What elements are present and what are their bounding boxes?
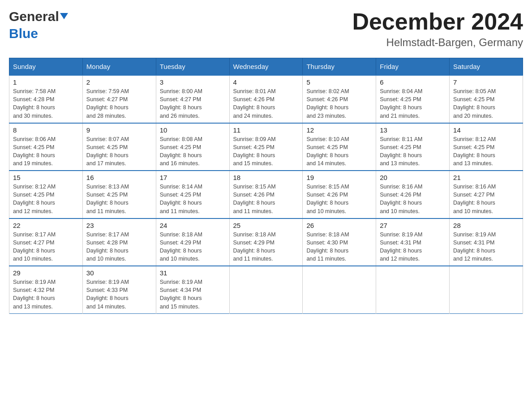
calendar-cell: 21 Sunrise: 8:16 AMSunset: 4:27 PMDaylig… bbox=[450, 171, 523, 218]
day-info: Sunrise: 8:08 AMSunset: 4:25 PMDaylight:… bbox=[160, 136, 202, 167]
calendar-cell bbox=[229, 266, 303, 313]
calendar-week-row-1: 1 Sunrise: 7:58 AMSunset: 4:28 PMDayligh… bbox=[9, 75, 523, 123]
day-number: 16 bbox=[86, 174, 152, 181]
calendar-cell: 13 Sunrise: 8:11 AMSunset: 4:25 PMDaylig… bbox=[376, 123, 450, 171]
month-title: December 2024 bbox=[352, 9, 523, 34]
day-number: 23 bbox=[86, 222, 152, 229]
calendar-header-thursday: Thursday bbox=[303, 58, 376, 76]
calendar-cell: 16 Sunrise: 8:13 AMSunset: 4:25 PMDaylig… bbox=[82, 171, 156, 218]
calendar-cell: 22 Sunrise: 8:17 AMSunset: 4:27 PMDaylig… bbox=[9, 218, 83, 266]
logo: General Blue bbox=[9, 9, 68, 41]
day-number: 5 bbox=[306, 78, 372, 86]
logo-blue-text: Blue bbox=[9, 26, 38, 41]
day-info: Sunrise: 8:18 AMSunset: 4:30 PMDaylight:… bbox=[306, 231, 349, 262]
calendar-cell: 4 Sunrise: 8:01 AMSunset: 4:26 PMDayligh… bbox=[229, 75, 303, 123]
day-number: 19 bbox=[306, 174, 372, 181]
svg-marker-0 bbox=[60, 13, 68, 19]
day-info: Sunrise: 8:19 AMSunset: 4:31 PMDaylight:… bbox=[380, 231, 422, 262]
calendar-cell: 15 Sunrise: 8:12 AMSunset: 4:25 PMDaylig… bbox=[9, 171, 83, 218]
calendar-week-row-4: 22 Sunrise: 8:17 AMSunset: 4:27 PMDaylig… bbox=[9, 218, 523, 266]
calendar-cell: 12 Sunrise: 8:10 AMSunset: 4:25 PMDaylig… bbox=[303, 123, 376, 171]
calendar-header-saturday: Saturday bbox=[450, 58, 523, 76]
day-info: Sunrise: 8:13 AMSunset: 4:25 PMDaylight:… bbox=[86, 184, 129, 214]
calendar-cell: 8 Sunrise: 8:06 AMSunset: 4:25 PMDayligh… bbox=[9, 123, 83, 171]
day-number: 26 bbox=[306, 222, 372, 229]
day-number: 25 bbox=[233, 222, 299, 229]
day-info: Sunrise: 8:18 AMSunset: 4:29 PMDaylight:… bbox=[160, 231, 202, 262]
day-info: Sunrise: 8:19 AMSunset: 4:33 PMDaylight:… bbox=[86, 279, 129, 309]
day-number: 2 bbox=[86, 78, 152, 86]
day-number: 30 bbox=[86, 269, 152, 277]
day-number: 6 bbox=[380, 78, 446, 86]
calendar-cell: 11 Sunrise: 8:09 AMSunset: 4:25 PMDaylig… bbox=[229, 123, 303, 171]
calendar-cell: 23 Sunrise: 8:17 AMSunset: 4:28 PMDaylig… bbox=[82, 218, 156, 266]
calendar-cell: 28 Sunrise: 8:19 AMSunset: 4:31 PMDaylig… bbox=[450, 218, 523, 266]
day-number: 21 bbox=[453, 174, 519, 181]
day-info: Sunrise: 8:14 AMSunset: 4:25 PMDaylight:… bbox=[160, 184, 202, 214]
calendar-cell: 3 Sunrise: 8:00 AMSunset: 4:27 PMDayligh… bbox=[156, 75, 229, 123]
day-info: Sunrise: 8:12 AMSunset: 4:25 PMDaylight:… bbox=[13, 184, 56, 214]
day-number: 15 bbox=[13, 174, 79, 181]
day-info: Sunrise: 8:15 AMSunset: 4:26 PMDaylight:… bbox=[233, 184, 276, 214]
day-number: 14 bbox=[453, 126, 519, 134]
calendar-cell bbox=[376, 266, 450, 313]
day-number: 9 bbox=[86, 126, 152, 134]
day-info: Sunrise: 8:16 AMSunset: 4:26 PMDaylight:… bbox=[380, 184, 422, 214]
day-number: 11 bbox=[233, 126, 299, 134]
logo-general-text: General bbox=[9, 9, 59, 24]
day-number: 22 bbox=[13, 222, 79, 229]
calendar-cell: 27 Sunrise: 8:19 AMSunset: 4:31 PMDaylig… bbox=[376, 218, 450, 266]
day-number: 24 bbox=[160, 222, 226, 229]
calendar-cell: 29 Sunrise: 8:19 AMSunset: 4:32 PMDaylig… bbox=[9, 266, 83, 313]
day-number: 18 bbox=[233, 174, 299, 181]
day-info: Sunrise: 8:16 AMSunset: 4:27 PMDaylight:… bbox=[453, 184, 496, 214]
calendar-cell: 7 Sunrise: 8:05 AMSunset: 4:25 PMDayligh… bbox=[450, 75, 523, 123]
calendar-week-row-3: 15 Sunrise: 8:12 AMSunset: 4:25 PMDaylig… bbox=[9, 171, 523, 218]
calendar-header-friday: Friday bbox=[376, 58, 450, 76]
day-number: 13 bbox=[380, 126, 446, 134]
day-info: Sunrise: 8:17 AMSunset: 4:28 PMDaylight:… bbox=[86, 231, 129, 262]
calendar-week-row-5: 29 Sunrise: 8:19 AMSunset: 4:32 PMDaylig… bbox=[9, 266, 523, 313]
calendar-cell: 30 Sunrise: 8:19 AMSunset: 4:33 PMDaylig… bbox=[82, 266, 156, 313]
day-number: 1 bbox=[13, 78, 79, 86]
day-info: Sunrise: 8:10 AMSunset: 4:25 PMDaylight:… bbox=[306, 136, 349, 167]
calendar-cell: 20 Sunrise: 8:16 AMSunset: 4:26 PMDaylig… bbox=[376, 171, 450, 218]
calendar-cell: 5 Sunrise: 8:02 AMSunset: 4:26 PMDayligh… bbox=[303, 75, 376, 123]
day-info: Sunrise: 8:01 AMSunset: 4:26 PMDaylight:… bbox=[233, 88, 276, 119]
day-info: Sunrise: 7:58 AMSunset: 4:28 PMDaylight:… bbox=[13, 88, 56, 119]
calendar-cell: 14 Sunrise: 8:12 AMSunset: 4:25 PMDaylig… bbox=[450, 123, 523, 171]
title-area: December 2024 Helmstadt-Bargen, Germany bbox=[352, 9, 523, 49]
calendar-header-sunday: Sunday bbox=[9, 58, 83, 76]
day-info: Sunrise: 8:09 AMSunset: 4:25 PMDaylight:… bbox=[233, 136, 276, 167]
calendar-cell bbox=[450, 266, 523, 313]
calendar-cell: 26 Sunrise: 8:18 AMSunset: 4:30 PMDaylig… bbox=[303, 218, 376, 266]
day-number: 7 bbox=[453, 78, 519, 86]
day-number: 17 bbox=[160, 174, 226, 181]
day-info: Sunrise: 8:04 AMSunset: 4:25 PMDaylight:… bbox=[380, 88, 422, 119]
calendar-cell: 6 Sunrise: 8:04 AMSunset: 4:25 PMDayligh… bbox=[376, 75, 450, 123]
calendar-cell: 25 Sunrise: 8:18 AMSunset: 4:29 PMDaylig… bbox=[229, 218, 303, 266]
day-info: Sunrise: 8:12 AMSunset: 4:25 PMDaylight:… bbox=[453, 136, 496, 167]
calendar-cell: 31 Sunrise: 8:19 AMSunset: 4:34 PMDaylig… bbox=[156, 266, 229, 313]
day-number: 20 bbox=[380, 174, 446, 181]
logo-icon bbox=[60, 13, 68, 20]
calendar-cell: 2 Sunrise: 7:59 AMSunset: 4:27 PMDayligh… bbox=[82, 75, 156, 123]
calendar-cell: 24 Sunrise: 8:18 AMSunset: 4:29 PMDaylig… bbox=[156, 218, 229, 266]
day-info: Sunrise: 8:19 AMSunset: 4:34 PMDaylight:… bbox=[160, 279, 202, 309]
day-number: 28 bbox=[453, 222, 519, 229]
day-number: 3 bbox=[160, 78, 226, 86]
calendar-cell bbox=[303, 266, 376, 313]
day-number: 12 bbox=[306, 126, 372, 134]
day-number: 31 bbox=[160, 269, 226, 277]
day-info: Sunrise: 8:05 AMSunset: 4:25 PMDaylight:… bbox=[453, 88, 496, 119]
page-header: General Blue December 2024 Helmstadt-Bar… bbox=[9, 9, 523, 49]
day-info: Sunrise: 8:02 AMSunset: 4:26 PMDaylight:… bbox=[306, 88, 349, 119]
day-number: 8 bbox=[13, 126, 79, 134]
day-number: 4 bbox=[233, 78, 299, 86]
day-info: Sunrise: 8:15 AMSunset: 4:26 PMDaylight:… bbox=[306, 184, 349, 214]
calendar-cell: 10 Sunrise: 8:08 AMSunset: 4:25 PMDaylig… bbox=[156, 123, 229, 171]
day-info: Sunrise: 8:07 AMSunset: 4:25 PMDaylight:… bbox=[86, 136, 129, 167]
calendar-header-tuesday: Tuesday bbox=[156, 58, 229, 76]
calendar-cell: 18 Sunrise: 8:15 AMSunset: 4:26 PMDaylig… bbox=[229, 171, 303, 218]
calendar-cell: 9 Sunrise: 8:07 AMSunset: 4:25 PMDayligh… bbox=[82, 123, 156, 171]
